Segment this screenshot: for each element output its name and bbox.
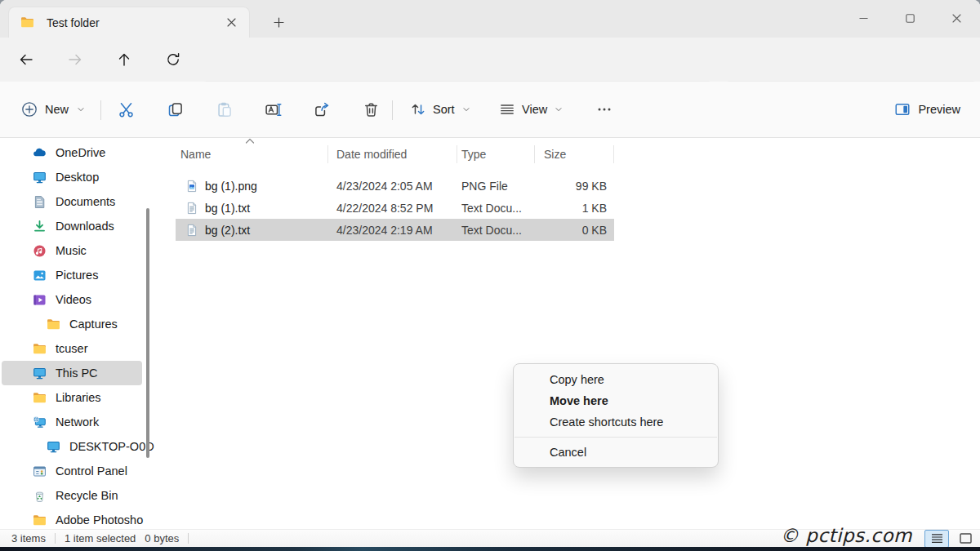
sidebar-item-pictures[interactable]: Pictures [0,263,163,287]
close-icon [227,18,236,27]
sort-ascending-icon [245,138,255,144]
file-name: bg (1).txt [205,202,250,215]
watermark: © pctips.com [780,525,912,546]
copy-button[interactable] [158,93,191,126]
menu-item-move-here[interactable]: Move here [514,390,718,411]
file-rows: bg (1).png 4/23/2024 2:05 AM PNG File 99… [176,175,614,241]
folder-icon [33,342,47,356]
arrow-left-icon [19,52,33,67]
file-list-area: Name Date modified Type Size bg (1).png … [163,138,980,529]
sidebar-label: Control Panel [56,464,127,478]
share-icon [314,101,331,118]
music-icon [33,244,47,258]
sidebar-item-music[interactable]: Music [0,238,163,263]
ellipsis-icon [596,101,612,118]
new-button[interactable]: New [13,93,94,126]
close-window-button[interactable] [933,0,980,36]
share-button[interactable] [305,93,338,126]
this-pc-icon [33,367,47,380]
details-view-toggle[interactable] [924,530,949,548]
paste-button[interactable] [207,93,240,126]
maximize-button[interactable] [887,0,933,36]
sidebar-label: Recycle Bin [56,489,118,502]
refresh-button[interactable] [157,43,189,76]
sidebar-item-adobe-photoshop[interactable]: Adobe Photosho [0,508,163,529]
file-type: Text Docu... [457,202,535,215]
column-header-name[interactable]: Name [176,145,328,163]
forward-button[interactable] [59,43,91,76]
sidebar-item-libraries[interactable]: Libraries [0,385,163,410]
thumbnail-view-toggle[interactable] [955,531,976,547]
chevron-down-icon [461,104,471,114]
sidebar-item-control-panel[interactable]: Control Panel [0,459,163,483]
refresh-icon [166,52,180,67]
cut-button[interactable] [109,93,142,126]
new-tab-button[interactable] [266,10,291,34]
view-button[interactable]: View [492,93,570,126]
back-button[interactable] [10,43,42,76]
minimize-icon [859,14,868,23]
sidebar-item-this-pc[interactable]: This PC [2,361,142,385]
sort-button[interactable]: Sort [403,93,478,126]
paste-icon [216,101,233,118]
selection-count: 1 item selected [65,532,136,544]
txt-file-icon [185,202,198,215]
trash-icon [363,101,380,118]
rename-button[interactable] [256,93,289,126]
sidebar-label: This PC [56,367,98,380]
items-count: 3 items [11,532,46,544]
minimize-button[interactable] [840,0,887,36]
delete-button[interactable] [354,93,387,126]
onedrive-icon [33,146,47,160]
network-icon [33,415,47,429]
file-type: Text Docu... [457,224,535,237]
sidebar-label: Videos [56,293,91,306]
screen: Test folder [0,0,980,551]
view-list-icon [499,101,515,118]
sidebar-item-recycle-bin[interactable]: Recycle Bin [0,483,163,508]
column-header-date-modified[interactable]: Date modified [328,145,457,163]
sidebar-item-downloads[interactable]: Downloads [0,214,163,238]
sidebar-item-tcuser[interactable]: tcuser [0,336,163,361]
chevron-down-icon [76,104,86,114]
chevron-down-icon [554,104,564,114]
file-explorer-window: Test folder [0,0,980,547]
sidebar-scrollbar[interactable] [146,208,149,458]
taskbar-edge [0,547,980,551]
status-right: © pctips.com [780,530,980,548]
details-view-icon [931,533,943,544]
menu-item-copy-here[interactable]: Copy here [514,369,718,390]
file-name: bg (2).txt [205,224,250,237]
file-size: 99 KB [535,180,614,193]
sidebar-label: Music [56,244,87,257]
menu-item-cancel[interactable]: Cancel [514,442,718,463]
table-row[interactable]: bg (1).png 4/23/2024 2:05 AM PNG File 99… [176,175,614,197]
sidebar-label: Libraries [56,391,101,404]
sidebar-item-desktop[interactable]: Desktop [0,165,163,189]
sidebar-item-network[interactable]: Network [0,410,163,434]
column-header-type[interactable]: Type [457,145,535,163]
command-toolbar: New [0,82,980,138]
tab-close-button[interactable] [221,13,241,33]
navigation-bar: This PC Local Disk (D:) New folder Test … [0,38,980,82]
tab-title: Test folder [47,16,221,29]
sidebar-item-captures[interactable]: Captures [0,312,163,336]
column-header-size[interactable]: Size [535,145,614,163]
more-options-button[interactable] [588,93,621,126]
sidebar-item-videos[interactable]: Videos [0,287,163,312]
new-button-label: New [45,103,69,116]
sidebar-item-onedrive[interactable]: OneDrive [0,140,163,165]
table-row[interactable]: bg (1).txt 4/22/2024 8:52 PM Text Docu..… [176,197,614,219]
cut-icon [118,101,135,118]
plus-circle-icon [21,101,38,118]
explorer-tab[interactable]: Test folder [8,7,250,38]
menu-separator [514,437,717,438]
sidebar-item-desktop-o0d[interactable]: DESKTOP-O0D [0,434,163,459]
status-divider [188,533,189,544]
preview-button[interactable]: Preview [888,93,967,126]
up-button[interactable] [108,43,140,76]
sidebar-item-documents[interactable]: Documents [0,189,163,214]
table-row-selected[interactable]: bg (2).txt 4/23/2024 2:19 AM Text Docu..… [176,219,614,241]
menu-item-create-shortcuts-here[interactable]: Create shortcuts here [514,411,718,433]
plus-icon [274,17,284,28]
